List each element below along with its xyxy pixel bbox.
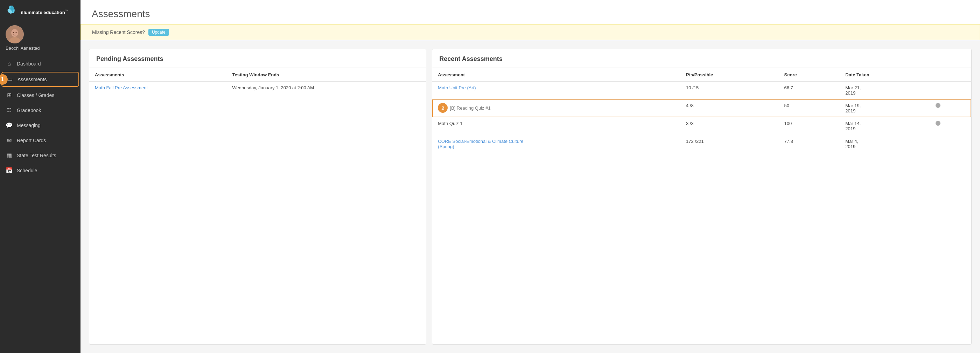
recent-icon-cell [930,117,971,135]
notice-bar: Missing Recent Scores? Update [81,24,980,40]
recent-pts: 10 /15 [680,81,778,99]
dashboard-icon: ⌂ [6,61,13,67]
content-area: Pending Assessments Assessments Testing … [81,40,980,353]
table-row: 2 [B] Reading Quiz #1 4 /8 50 Mar 19,201… [432,99,971,117]
sidebar-item-assessments[interactable]: 1 ▭ Assessments [2,72,79,87]
logo-icon [6,6,18,18]
page-header: Assessments [81,0,980,24]
sidebar-item-report-cards[interactable]: ✉ Report Cards [0,133,81,148]
pending-window-end: Wednesday, January 1, 2020 at 2:00 AM [226,81,426,94]
avatar [6,25,24,43]
svg-point-4 [11,29,18,37]
recent-date: Mar 14,2019 [840,117,930,135]
recent-icon-cell [930,135,971,153]
table-row: Math Quiz 1 3 /3 100 Mar 14,2019 [432,117,971,135]
sidebar-item-gradebook[interactable]: ☷ Gradebook [0,102,81,118]
step2-badge: 2 [438,103,448,113]
update-button[interactable]: Update [148,29,169,36]
sidebar-item-label: Assessments [18,77,46,82]
recent-assessment-text: [B] Reading Quiz #1 [450,105,490,111]
sidebar-nav: ⌂ Dashboard 1 ▭ Assessments ⊞ Classes / … [0,56,81,353]
sidebar-item-label: Dashboard [17,61,41,67]
messaging-icon: 💬 [6,122,13,129]
recent-score: 66.7 [778,81,840,99]
table-row: Math Unit Pre (Art) 10 /15 66.7 Mar 21,2… [432,81,971,99]
recent-col-date: Date Taken [840,68,930,81]
sidebar-item-label: Messaging [17,123,41,128]
user-name: Baochi Aanestad [6,46,40,51]
pending-table-container: Assessments Testing Window Ends Math Fal… [89,68,426,94]
recent-pts: 172 /221 [680,135,778,153]
recent-date: Mar 4,2019 [840,135,930,153]
recent-score: 100 [778,117,840,135]
sidebar-item-label: Gradebook [17,107,41,113]
report-cards-icon: ✉ [6,137,13,144]
recent-pts: 4 /8 [680,99,778,117]
pending-panel: Pending Assessments Assessments Testing … [89,49,426,345]
page-title: Assessments [92,8,969,20]
table-row: CORE Social-Emotional & Climate Culture(… [432,135,971,153]
step1-badge: 1 [0,74,8,85]
notice-text: Missing Recent Scores? [92,29,145,35]
schedule-icon: 📅 [6,167,13,174]
sidebar-item-schedule[interactable]: 📅 Schedule [0,163,81,178]
recent-col-assessment: Assessment [432,68,680,81]
logo-text: illuminate education™ [21,9,68,15]
state-test-icon: ▦ [6,152,13,159]
svg-point-6 [13,32,14,33]
sidebar-item-label: Classes / Grades [17,93,54,98]
recent-date: Mar 21,2019 [840,81,930,99]
classes-icon: ⊞ [6,92,13,98]
pending-col-assessments: Assessments [89,68,226,81]
info-icon[interactable] [935,121,940,126]
sidebar-item-label: State Test Results [17,153,56,158]
pending-col-window: Testing Window Ends [226,68,426,81]
sidebar-item-messaging[interactable]: 💬 Messaging [0,118,81,133]
sidebar-item-label: Schedule [17,168,37,173]
main-content: Assessments Missing Recent Scores? Updat… [81,0,980,353]
sidebar: illuminate education™ Baochi Aanestad ⌂ … [0,0,81,353]
recent-panel: Recent Assessments Assessment Pts/Possib… [432,49,972,345]
recent-icon-cell [930,81,971,99]
user-section: Baochi Aanestad [0,22,81,56]
recent-assessment-name-highlighted: 2 [B] Reading Quiz #1 [432,99,680,117]
svg-point-7 [16,32,17,33]
sidebar-item-state-test-results[interactable]: ▦ State Test Results [0,148,81,163]
pending-table: Assessments Testing Window Ends Math Fal… [89,68,426,94]
recent-pts: 3 /3 [680,117,778,135]
recent-col-extra [930,68,971,81]
sidebar-item-label: Report Cards [17,137,46,143]
sidebar-item-dashboard[interactable]: ⌂ Dashboard [0,56,81,71]
sidebar-item-classes-grades[interactable]: ⊞ Classes / Grades [0,88,81,102]
recent-assessment-name[interactable]: Math Unit Pre (Art) [432,81,680,99]
recent-col-score: Score [778,68,840,81]
gradebook-icon: ☷ [6,107,13,113]
recent-score: 77.8 [778,135,840,153]
recent-table: Assessment Pts/Possible Score Date Taken… [432,68,971,153]
table-row: Math Fall Pre Assessment Wednesday, Janu… [89,81,426,94]
recent-panel-title: Recent Assessments [432,49,971,68]
pending-panel-title: Pending Assessments [89,49,426,68]
recent-table-container: Assessment Pts/Possible Score Date Taken… [432,68,971,153]
recent-col-pts: Pts/Possible [680,68,778,81]
pending-assessment-name[interactable]: Math Fall Pre Assessment [89,81,226,94]
recent-icon-cell [930,99,971,117]
recent-score: 50 [778,99,840,117]
badge-row: 2 [B] Reading Quiz #1 [438,103,675,113]
info-icon[interactable] [935,103,940,108]
recent-assessment-name: Math Quiz 1 [432,117,680,135]
recent-date: Mar 19,2019 [840,99,930,117]
recent-assessment-name[interactable]: CORE Social-Emotional & Climate Culture(… [432,135,680,153]
logo-area: illuminate education™ [0,0,81,22]
